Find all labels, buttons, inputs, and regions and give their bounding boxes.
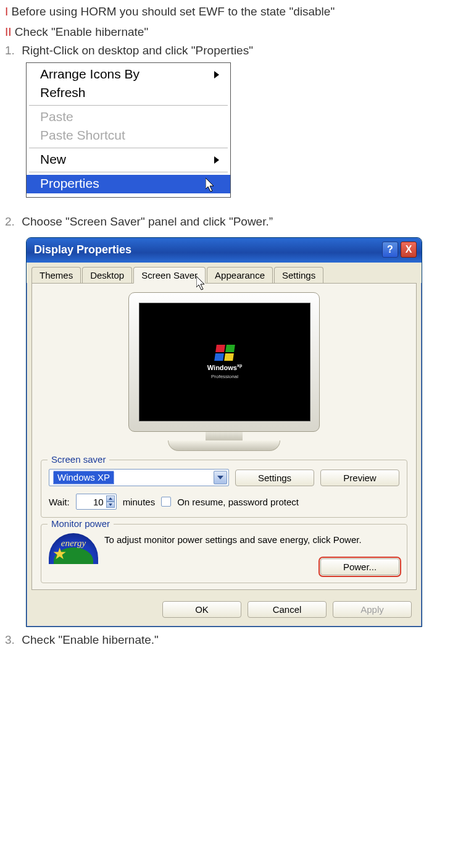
spinner-buttons-icon[interactable] xyxy=(106,495,115,508)
monitor-power-text: To adjust monitor power settings and sav… xyxy=(104,533,399,546)
ok-button[interactable]: OK xyxy=(162,601,241,618)
screensaver-group-title: Screen saver xyxy=(48,454,109,465)
intro-prefix-2: II xyxy=(5,25,12,38)
tab-panel: Windowsxp Professional Screen saver Wind… xyxy=(31,283,417,590)
tab-appearance[interactable]: Appearance xyxy=(207,267,273,284)
screen-preview: Windowsxp Professional xyxy=(139,303,310,421)
tab-screen-saver[interactable]: Screen Saver xyxy=(133,267,206,284)
intro-prefix-1: I xyxy=(5,5,8,18)
ctx-refresh[interactable]: Refresh xyxy=(27,84,230,103)
context-menu-figure: Arrange Icons By Refresh Paste Paste Sho… xyxy=(26,62,231,198)
resume-password-checkbox[interactable] xyxy=(161,497,171,507)
windows-logo-icon: Windowsxp Professional xyxy=(207,345,242,379)
ctx-properties-label: Properties xyxy=(40,176,99,190)
screensaver-select[interactable]: Windows XP xyxy=(49,469,229,486)
ctx-arrange-icons[interactable]: Arrange Icons By xyxy=(27,65,230,84)
desktop-context-menu: Arrange Icons By Refresh Paste Paste Sho… xyxy=(27,63,230,197)
ctx-separator xyxy=(29,172,228,172)
dialog-button-bar: OK Cancel Apply xyxy=(27,595,422,626)
titlebar: Display Properties ? X xyxy=(27,238,422,263)
svg-marker-0 xyxy=(206,178,214,192)
ctx-properties[interactable]: Properties xyxy=(27,175,230,193)
step-1-number: 1. xyxy=(5,44,19,57)
close-button[interactable]: X xyxy=(401,242,417,258)
settings-button[interactable]: Settings xyxy=(235,470,314,486)
display-properties-dialog: Display Properties ? X Themes Desktop Sc… xyxy=(26,237,422,627)
submenu-arrow-icon xyxy=(214,156,219,164)
power-button[interactable]: Power... xyxy=(320,558,399,575)
step-1: 1. Right-Click on desktop and click "Pro… xyxy=(5,44,453,57)
wait-spinner[interactable]: 10 xyxy=(76,494,117,510)
tab-settings[interactable]: Settings xyxy=(274,267,323,284)
intro-text-2: Check "Enable hibernate" xyxy=(15,25,148,38)
energy-star-icon: ★ energy xyxy=(49,533,98,564)
ctx-new[interactable]: New xyxy=(27,151,230,169)
step-2-text: Choose "Screen Saver" panel and click "P… xyxy=(22,215,273,228)
ctx-paste-shortcut-label: Paste Shortcut xyxy=(40,128,125,142)
step-3: 3. Check "Enable hibernate." xyxy=(5,633,453,647)
resume-label: On resume, password protect xyxy=(177,497,299,507)
ctx-paste: Paste xyxy=(27,108,230,127)
ctx-arrange-label: Arrange Icons By xyxy=(40,67,139,81)
dropdown-arrow-icon[interactable] xyxy=(214,471,227,484)
intro-line-2: II Check "Enable hibernate" xyxy=(5,24,453,41)
ctx-refresh-label: Refresh xyxy=(40,85,86,99)
ctx-new-label: New xyxy=(40,152,66,166)
ctx-paste-label: Paste xyxy=(40,109,73,124)
svg-marker-1 xyxy=(196,276,204,290)
screensaver-select-value: Windows XP xyxy=(53,471,114,484)
cancel-button[interactable]: Cancel xyxy=(248,601,327,618)
minutes-label: minutes xyxy=(123,497,156,507)
ctx-separator xyxy=(29,148,228,148)
screensaver-group: Screen saver Windows XP Settings Preview… xyxy=(41,460,407,518)
intro-line-1: I Before using HORM you should set EWF t… xyxy=(5,4,453,20)
step-1-text: Right-Click on desktop and click "Proper… xyxy=(22,44,253,57)
submenu-arrow-icon xyxy=(214,71,219,78)
monitor-power-group: Monitor power ★ energy To adjust monitor… xyxy=(41,524,407,583)
step-3-number: 3. xyxy=(5,633,19,647)
step-2: 2. Choose "Screen Saver" panel and click… xyxy=(5,215,453,229)
ctx-paste-shortcut: Paste Shortcut xyxy=(27,127,230,145)
tab-themes[interactable]: Themes xyxy=(31,267,81,284)
help-button[interactable]: ? xyxy=(382,242,398,258)
dialog-title: Display Properties xyxy=(34,243,131,256)
intro-text-1: Before using HORM you should set EWF to … xyxy=(12,5,335,18)
step-3-text: Check "Enable hibernate." xyxy=(22,633,159,646)
preview-button[interactable]: Preview xyxy=(320,470,399,486)
tab-strip: Themes Desktop Screen Saver Appearance S… xyxy=(27,263,422,283)
ctx-separator xyxy=(29,105,228,106)
cursor-icon xyxy=(206,178,218,197)
cursor-icon xyxy=(196,276,209,294)
apply-button[interactable]: Apply xyxy=(333,601,412,618)
monitor-preview: Windowsxp Professional xyxy=(41,292,407,451)
step-2-number: 2. xyxy=(5,215,19,229)
wait-label: Wait: xyxy=(49,497,70,507)
monitor-power-group-title: Monitor power xyxy=(48,518,114,529)
tab-desktop[interactable]: Desktop xyxy=(82,267,132,284)
